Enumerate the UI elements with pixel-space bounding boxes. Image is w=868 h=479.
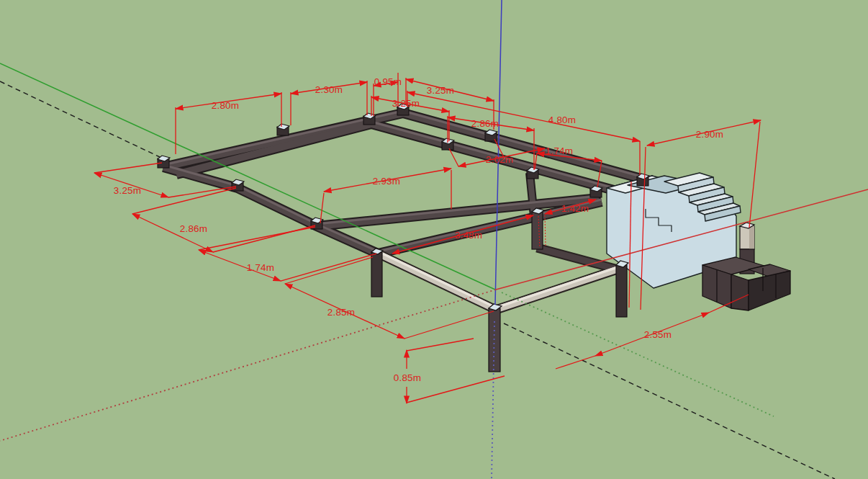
3d-viewport[interactable]: 2.80m2.30m0.95m3.25m3.25m2.86m4.80m2.90m… — [0, 0, 868, 479]
model-scene — [0, 0, 868, 479]
